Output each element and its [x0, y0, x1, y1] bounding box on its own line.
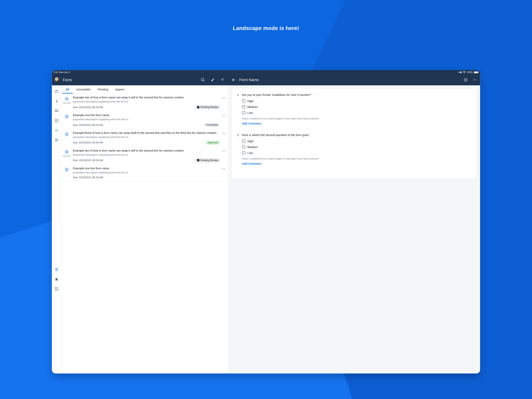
- svg-rect-2: [466, 79, 466, 79]
- form-description: purposeful description explaining what t…: [73, 100, 220, 103]
- form-due: Due: 02/23/2021 06:29 AM: [73, 159, 103, 162]
- form-list: Form_608Example two of how a form name c…: [61, 94, 228, 373]
- radio-option[interactable]: Low: [242, 151, 471, 154]
- status-badge: Pending Review: [195, 158, 220, 162]
- question-card: 1Are you at your Roster Guidelines for n…: [232, 89, 476, 179]
- form-due: Due: 02/23/2021 06:29 AM: [73, 141, 103, 144]
- question-block: 1Are you at your Roster Guidelines for n…: [237, 93, 471, 125]
- tab-pending[interactable]: Pending: [94, 85, 112, 94]
- option-label: Low: [247, 111, 253, 114]
- filter-icon[interactable]: [219, 76, 226, 83]
- radio-icon: [242, 139, 245, 143]
- svg-rect-11: [55, 140, 56, 141]
- question-text: Are you at your Roster Guidelines for ne…: [242, 93, 312, 97]
- detail-title: Form Name: [239, 78, 259, 82]
- tabs: AllIncompletePendingApprov: [61, 85, 228, 94]
- radio-option[interactable]: Medium: [242, 145, 471, 149]
- option-label: Low: [247, 151, 253, 154]
- tablet-frame: 9:41 Mon Jun 3 100% Form: [52, 70, 480, 373]
- rail-star[interactable]: [52, 274, 61, 284]
- form-list-panel: AllIncompletePendingApprov Form_608Examp…: [61, 85, 228, 373]
- side-rail: [52, 85, 61, 373]
- status-label: Incomplete: [206, 123, 218, 126]
- signal-icon: [458, 71, 462, 73]
- form-title: Example one line form name: [73, 167, 220, 170]
- svg-point-3: [473, 80, 474, 80]
- form-list-item[interactable]: Example one line form namepurposeful des…: [61, 165, 228, 181]
- row-overflow-icon[interactable]: •••: [222, 167, 227, 171]
- tab-all[interactable]: All: [62, 85, 73, 94]
- form-description: purposeful description explaining what t…: [73, 153, 220, 156]
- form-id: Form_608: [62, 155, 71, 157]
- back-icon[interactable]: [230, 76, 237, 83]
- detail-panel: 1Are you at your Roster Guidelines for n…: [228, 85, 480, 373]
- document-icon: [64, 96, 69, 102]
- svg-rect-14: [55, 141, 56, 142]
- form-description: purposeful description explaining what t…: [73, 135, 220, 139]
- question-notes: Notes: Guidelines are a percentage of to…: [237, 117, 471, 120]
- row-overflow-icon[interactable]: •••: [222, 149, 227, 153]
- svg-point-4: [474, 80, 475, 80]
- option-label: Medium: [247, 145, 258, 149]
- svg-rect-7: [55, 119, 58, 122]
- form-list-item[interactable]: Form_608Example two of how a form name c…: [61, 147, 228, 165]
- rail-briefcase[interactable]: [52, 86, 61, 96]
- search-icon[interactable]: [199, 76, 206, 83]
- form-list-item[interactable]: Example one line form namepurposeful des…: [61, 111, 228, 129]
- tab-approv[interactable]: Approv: [112, 85, 128, 94]
- battery-icon: [474, 71, 478, 73]
- tab-incomplete[interactable]: Incomplete: [73, 85, 94, 94]
- form-due: Due: 02/23/2021 06:29 AM: [73, 123, 103, 126]
- radio-icon: [242, 105, 245, 109]
- row-overflow-icon[interactable]: •••: [222, 96, 227, 100]
- form-description: purposeful description explaining what t…: [73, 118, 220, 121]
- rail-document[interactable]: [52, 264, 61, 274]
- radio-icon: [242, 151, 245, 154]
- wifi-icon: [463, 71, 466, 73]
- status-badge: Incomplete: [204, 123, 220, 127]
- svg-rect-1: [466, 80, 466, 81]
- edit-icon[interactable]: [209, 76, 216, 83]
- radio-option[interactable]: High: [242, 139, 471, 143]
- form-title: Example two of how a form name can wrap …: [73, 96, 220, 99]
- svg-rect-10: [57, 139, 58, 140]
- battery-percent: 100%: [467, 71, 473, 74]
- row-overflow-icon[interactable]: •••: [222, 131, 227, 135]
- rail-chat[interactable]: [52, 106, 61, 116]
- svg-rect-13: [57, 140, 58, 141]
- hero-heading: Landscape mode is here!: [0, 25, 532, 31]
- required-indicator: *: [311, 93, 312, 97]
- add-comment-link[interactable]: Add Comment: [237, 162, 471, 165]
- form-list-item[interactable]: Form_608Example two of how a form name c…: [61, 94, 228, 111]
- rail-checkbox[interactable]: [52, 116, 61, 125]
- overflow-icon[interactable]: [471, 76, 478, 83]
- radio-option[interactable]: High: [242, 99, 471, 103]
- svg-rect-15: [56, 141, 57, 142]
- rail-apps[interactable]: [52, 135, 61, 145]
- svg-rect-8: [55, 139, 56, 140]
- question-notes: Notes: Guidelines are a percentage of to…: [237, 157, 471, 160]
- add-comment-link[interactable]: Add Comment: [237, 122, 471, 125]
- radio-option[interactable]: Low: [242, 111, 471, 114]
- radio-option[interactable]: Medium: [242, 105, 471, 109]
- status-time: 9:41 Mon Jun 3: [54, 71, 70, 74]
- document-icon: [64, 149, 69, 155]
- info-icon[interactable]: [462, 76, 469, 83]
- status-label: Pending Review: [200, 159, 218, 162]
- avatar[interactable]: [54, 77, 60, 83]
- rail-chart[interactable]: [52, 284, 61, 294]
- svg-rect-9: [56, 139, 57, 140]
- rail-tasks[interactable]: [52, 125, 61, 135]
- option-label: High: [247, 140, 253, 143]
- document-icon: [64, 114, 69, 119]
- form-list-item[interactable]: Example three of how a form name can wra…: [61, 129, 228, 147]
- row-overflow-icon[interactable]: •••: [222, 113, 227, 117]
- form-id: Form_608: [62, 102, 71, 104]
- svg-point-5: [475, 80, 476, 80]
- option-label: Medium: [247, 105, 258, 109]
- document-icon: [64, 131, 69, 137]
- radio-icon: [242, 145, 245, 149]
- form-title: Example three of how a form name can wra…: [73, 131, 220, 135]
- radio-icon: [242, 111, 245, 114]
- rail-walk[interactable]: [52, 96, 61, 106]
